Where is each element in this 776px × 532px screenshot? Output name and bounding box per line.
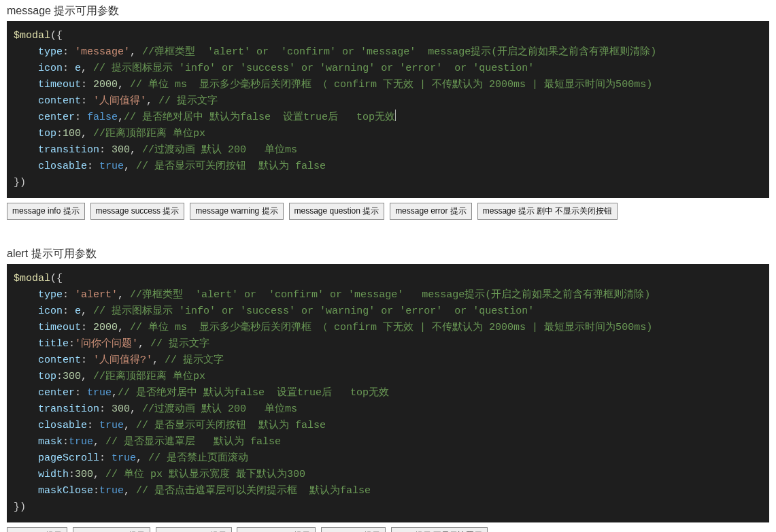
btn-message-center-noclose[interactable]: message 提示 剧中 不显示关闭按钮 [477, 203, 618, 220]
button-row-alert: alert info 提示 alert success 提示 alert war… [0, 522, 776, 532]
button-row-message: message info 提示 message success 提示 messa… [0, 198, 776, 222]
editor-caret [395, 110, 396, 121]
btn-alert-info[interactable]: alert info 提示 [7, 527, 67, 532]
btn-message-warning[interactable]: message warning 提示 [190, 203, 283, 220]
btn-alert-question[interactable]: alert question 提示 [237, 527, 315, 532]
btn-alert-error[interactable]: alert error 提示 [321, 527, 386, 532]
btn-message-success[interactable]: message success 提示 [90, 203, 185, 220]
btn-alert-nomask[interactable]: alert 提示 不显示遮罩层 [391, 527, 488, 532]
section-alert: alert 提示可用参数 $modal({ type: 'alert', //弹… [0, 243, 776, 532]
section-message-title: message 提示可用参数 [0, 0, 776, 21]
btn-message-info[interactable]: message info 提示 [7, 203, 85, 220]
section-alert-title: alert 提示可用参数 [0, 243, 776, 264]
btn-alert-success[interactable]: alert success 提示 [73, 527, 150, 532]
code-block-message: $modal({ type: 'message', //弹框类型 'alert'… [7, 21, 769, 198]
btn-message-error[interactable]: message error 提示 [390, 203, 472, 220]
section-message: message 提示可用参数 $modal({ type: 'message',… [0, 0, 776, 222]
btn-alert-warning[interactable]: alert warning 提示 [156, 527, 232, 532]
code-block-alert: $modal({ type: 'alert', //弹框类型 'alert' o… [7, 264, 769, 522]
btn-message-question[interactable]: message question 提示 [289, 203, 385, 220]
